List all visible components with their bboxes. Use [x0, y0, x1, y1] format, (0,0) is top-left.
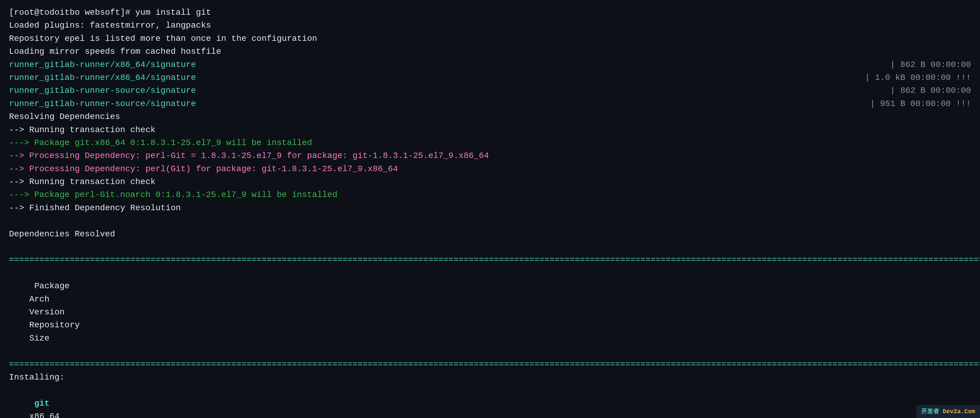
terminal-line: ---> Package perl-Git.noarch 0:1.8.3.1-2… — [9, 188, 971, 201]
terminal-line: runner_gitlab-runner-source/signature | … — [9, 84, 971, 97]
col-header-version: Version — [29, 306, 191, 318]
terminal-line: runner_gitlab-runner-source/signature | … — [9, 97, 971, 110]
terminal-line: runner_gitlab-runner/x86_64/signature | … — [9, 58, 971, 71]
table-header-row: Package Arch Version Repository Size — [9, 267, 971, 358]
terminal-line: Repository epel is listed more than once… — [9, 32, 971, 45]
terminal-line: runner_gitlab-runner/x86_64/signature | … — [9, 71, 971, 84]
terminal-line: ---> Package git.x86_64 0:1.8.3.1-25.el7… — [9, 136, 971, 149]
sig-line-3-right: | 862 B 00:00:00 — [890, 84, 971, 97]
terminal-line: --> Running transaction check — [9, 175, 971, 188]
installing-label: Installing: — [9, 371, 971, 384]
terminal-line: --> Finished Dependency Resolution — [9, 201, 971, 214]
separator-2: ========================================… — [9, 358, 971, 371]
sig-line-1-left: runner_gitlab-runner/x86_64/signature — [9, 58, 196, 71]
sig-line-2-left: runner_gitlab-runner/x86_64/signature — [9, 71, 196, 84]
terminal-line: --> Running transaction check — [9, 124, 971, 136]
pkg-name-git: git — [29, 397, 143, 410]
terminal-line: --> Processing Dependency: perl-Git = 1.… — [9, 149, 971, 162]
devza-text-en: DevZa.Com — [943, 408, 975, 415]
devza-text-cn: 开发者 — [921, 408, 939, 415]
col-header-size: Size — [29, 332, 49, 345]
terminal-blank — [9, 241, 971, 253]
separator-1: ========================================… — [9, 253, 971, 266]
col-header-arch: Arch — [29, 293, 131, 306]
sig-line-4-left: runner_gitlab-runner-source/signature — [9, 97, 196, 110]
terminal-line: [root@todoitbo websoft]# yum install git — [9, 6, 971, 19]
package-row-git: git x86_64 1.8.3.1-25.el7_9 updates 4.4 … — [9, 384, 971, 418]
sig-line-3-left: runner_gitlab-runner-source/signature — [9, 84, 196, 97]
terminal-line: --> Processing Dependency: perl(Git) for… — [9, 163, 971, 175]
terminal-blank — [9, 214, 971, 227]
terminal-line-deps-resolved: Dependencies Resolved — [9, 228, 971, 241]
devza-badge: 开发者 DevZa.Com — [916, 405, 980, 418]
sig-line-4-right: | 951 B 00:00:00 !!! — [870, 97, 971, 110]
terminal-line: Loaded plugins: fastestmirror, langpacks — [9, 19, 971, 32]
col-header-repo: Repository — [29, 318, 143, 331]
sig-line-1-right: | 862 B 00:00:00 — [890, 58, 971, 71]
pkg-arch-git: x86_64 — [29, 410, 131, 418]
terminal-window: [root@todoitbo websoft]# yum install git… — [9, 6, 971, 418]
terminal-line: Loading mirror speeds from cached hostfi… — [9, 45, 971, 58]
col-header-package: Package — [29, 280, 143, 293]
terminal-line: Resolving Dependencies — [9, 110, 971, 123]
sig-line-2-right: | 1.0 kB 00:00:00 !!! — [865, 71, 971, 84]
